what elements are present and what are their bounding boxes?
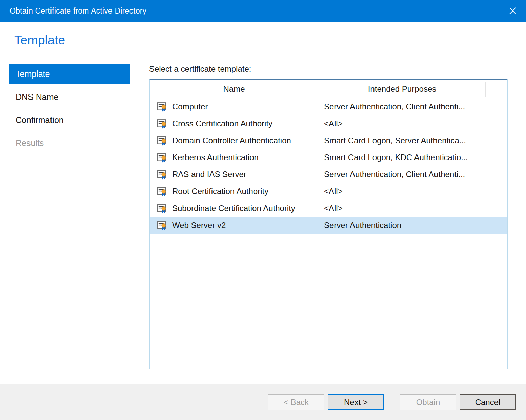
template-name: RAS and IAS Server (172, 170, 246, 179)
close-icon (509, 7, 517, 15)
intended-purposes: <All> (318, 119, 343, 128)
intended-purposes: Server Authentication, Client Authenti..… (318, 102, 465, 111)
sidebar-item-dns-name[interactable]: DNS Name (9, 87, 130, 107)
table-row[interactable]: Domain Controller Authentication Smart C… (150, 132, 507, 149)
dialog-footer: < BackNext >ObtainCancel (0, 384, 526, 420)
wizard-step-label: Results (16, 138, 44, 148)
table-row[interactable]: Computer Server Authentication, Client A… (150, 98, 507, 115)
intended-purposes: <All> (318, 204, 343, 213)
certificate-template-icon (157, 119, 167, 129)
template-name-cell: Kerberos Authentication (150, 152, 318, 163)
wizard-steps-nav: Template DNS Name Confirmation Results (9, 64, 130, 156)
column-header-name[interactable]: Name (150, 80, 318, 98)
intended-purposes: Smart Card Logon, Server Authentica... (318, 136, 466, 145)
template-name-cell: Web Server v2 (150, 220, 318, 231)
sidebar-item-confirmation[interactable]: Confirmation (9, 110, 130, 130)
sidebar-item-results: Results (9, 133, 130, 153)
close-button[interactable] (500, 0, 526, 22)
list-rows: Computer Server Authentication, Client A… (150, 98, 507, 234)
template-name-cell: Computer (150, 102, 318, 112)
intended-purposes: Server Authentication, Client Authenti..… (318, 170, 465, 179)
table-row[interactable]: Subordinate Certification Authority <All… (150, 200, 507, 217)
wizard-step-label: Confirmation (16, 115, 64, 125)
back-button: < Back (268, 394, 324, 410)
template-name: Subordinate Certification Authority (172, 204, 295, 213)
certificate-template-icon (157, 186, 167, 197)
column-header-spacer (486, 80, 507, 98)
template-name: Kerberos Authentication (172, 153, 259, 162)
intended-purposes: <All> (318, 187, 343, 196)
obtain-button: Obtain (400, 394, 456, 410)
page-title: Template (14, 33, 526, 48)
sidebar-divider (131, 64, 132, 374)
wizard-body: Template DNS Name Confirmation Results S… (0, 64, 526, 384)
template-name: Root Certification Authority (172, 187, 268, 196)
certificate-template-icon (157, 203, 167, 214)
template-name-cell: Domain Controller Authentication (150, 135, 318, 146)
table-row[interactable]: Web Server v2 Server Authentication (150, 217, 507, 234)
template-name: Cross Certification Authority (172, 119, 272, 128)
template-name: Web Server v2 (172, 220, 226, 230)
template-name: Domain Controller Authentication (172, 136, 291, 145)
wizard-step-label: DNS Name (16, 92, 58, 102)
main-panel: Select a certificate template: Name Inte… (149, 64, 508, 369)
next-button[interactable]: Next > (328, 394, 384, 410)
certificate-template-icon (157, 102, 167, 112)
certificate-template-icon (157, 152, 167, 163)
certificate-template-icon (157, 169, 167, 180)
instruction-label: Select a certificate template: (149, 64, 508, 75)
column-header-intended-purposes[interactable]: Intended Purposes (318, 80, 486, 98)
window-title: Obtain Certificate from Active Directory (9, 6, 500, 16)
intended-purposes: Server Authentication (318, 220, 401, 230)
template-name: Computer (172, 102, 208, 111)
table-row[interactable]: Cross Certification Authority <All> (150, 115, 507, 132)
table-row[interactable]: RAS and IAS Server Server Authentication… (150, 166, 507, 183)
template-name-cell: Cross Certification Authority (150, 119, 318, 129)
certificate-template-icon (157, 135, 167, 146)
certificate-template-icon (157, 220, 167, 231)
cancel-button[interactable]: Cancel (460, 394, 516, 410)
sidebar-item-template[interactable]: Template (9, 64, 130, 84)
table-row[interactable]: Root Certification Authority <All> (150, 183, 507, 200)
wizard-step-label: Template (16, 69, 50, 79)
window-titlebar: Obtain Certificate from Active Directory (0, 0, 526, 22)
template-name-cell: Subordinate Certification Authority (150, 203, 318, 214)
template-name-cell: Root Certification Authority (150, 186, 318, 197)
certificate-template-list: Name Intended Purposes Computer Server A… (149, 79, 508, 369)
list-header: Name Intended Purposes (150, 80, 507, 98)
intended-purposes: Smart Card Logon, KDC Authenticatio... (318, 153, 468, 162)
table-row[interactable]: Kerberos Authentication Smart Card Logon… (150, 149, 507, 166)
template-name-cell: RAS and IAS Server (150, 169, 318, 180)
